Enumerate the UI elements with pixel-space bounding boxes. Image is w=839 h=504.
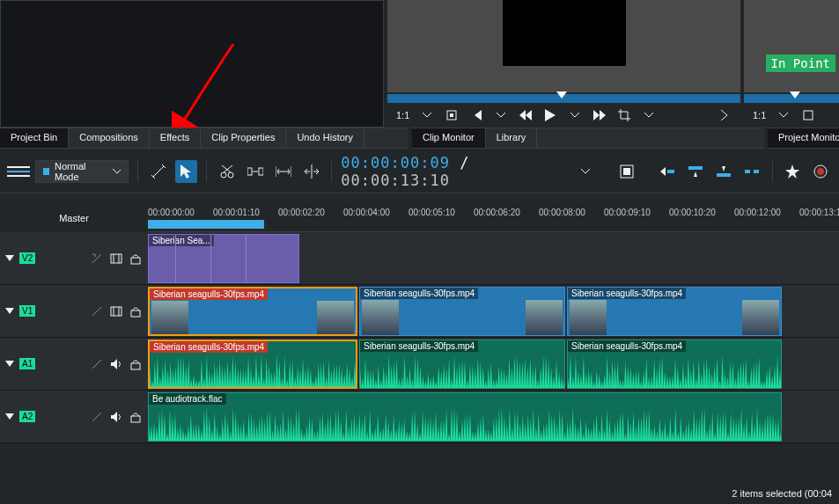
mid-panel-tabs: Clip Monitor Library — [412, 128, 764, 149]
tab-library[interactable]: Library — [486, 128, 538, 148]
track-body-v2[interactable]: Siberian Sea... — [148, 232, 839, 284]
lock-icon[interactable] — [129, 252, 143, 266]
project-monitor-panel: In Point 1:1 — [744, 0, 839, 128]
clip-label: Siberian seagulls-30fps.mp4 — [568, 288, 686, 299]
svg-rect-20 — [131, 310, 140, 317]
zone-in-icon[interactable] — [798, 106, 819, 125]
svg-rect-21 — [131, 363, 140, 369]
speaker-icon[interactable] — [109, 357, 123, 371]
timeline-ruler[interactable]: 00:00:00:0000:00:01:1000:00:02:2000:00:0… — [148, 204, 839, 232]
spacer-tool-icon[interactable] — [244, 160, 267, 183]
chevron-down-icon[interactable] — [490, 106, 511, 125]
tab-project-bin[interactable]: Project Bin — [0, 128, 69, 148]
project-monitor-scrubber[interactable] — [744, 94, 839, 103]
hamburger-icon[interactable] — [7, 160, 30, 183]
svg-rect-2 — [804, 111, 813, 120]
tab-clip-properties[interactable]: Clip Properties — [201, 128, 286, 148]
expand-icon[interactable] — [5, 361, 14, 367]
chevron-down-icon[interactable] — [773, 106, 794, 125]
track-body-v1[interactable]: Siberian seagulls-30fps.mp4 Siberian sea… — [148, 285, 839, 337]
ruler-tick: 00:00:09:10 — [604, 208, 651, 217]
video-clip[interactable]: Siberian seagulls-30fps.mp4 — [567, 287, 782, 336]
clip-monitor-panel: 1:1 — [387, 0, 740, 128]
razor-tool-icon[interactable] — [216, 160, 239, 183]
monitor-video-area — [503, 0, 626, 66]
project-monitor-view[interactable]: In Point — [744, 0, 839, 92]
tab-compositions[interactable]: Compositions — [69, 128, 150, 148]
clip-monitor-view[interactable] — [387, 0, 740, 92]
chevron-right-icon[interactable] — [714, 106, 735, 125]
track-header-v2[interactable]: V2 — [0, 232, 148, 284]
track-body-a1[interactable]: Siberian seagulls-30fps.mp4Siberian seag… — [148, 338, 839, 390]
lift-icon[interactable] — [740, 160, 763, 183]
lock-icon[interactable] — [129, 410, 143, 424]
expand-icon[interactable] — [5, 255, 14, 261]
zoom-ratio[interactable]: 1:1 — [393, 110, 413, 121]
video-clip[interactable]: Siberian seagulls-30fps.mp4 — [359, 287, 565, 336]
timecode-duration: 00:00:13:10 — [341, 172, 450, 189]
audio-clip[interactable]: Be audiotrack.flac — [148, 392, 782, 442]
track-header-v1[interactable]: V1 — [0, 285, 148, 337]
record-icon[interactable] — [809, 160, 832, 183]
zoom-ratio[interactable]: 1:1 — [749, 110, 769, 121]
clip-thumbnail — [526, 300, 563, 335]
favorite-icon[interactable] — [782, 160, 805, 183]
svg-rect-22 — [131, 416, 140, 422]
master-label: Master — [0, 204, 148, 232]
track-label: A1 — [19, 358, 35, 369]
ruler-zone[interactable] — [148, 220, 264, 229]
track-header-a1[interactable]: A1 — [0, 338, 148, 390]
overwrite-icon[interactable] — [684, 160, 707, 183]
svg-rect-11 — [688, 166, 703, 170]
mixer-icon[interactable] — [615, 160, 638, 183]
audio-clip[interactable]: Siberian seagulls-30fps.mp4 — [359, 340, 565, 389]
track-a1: A1 Siberian seagulls-30fps.mp4Siberian s… — [0, 338, 839, 391]
svg-rect-18 — [131, 258, 140, 264]
rewind-icon[interactable] — [515, 106, 536, 125]
track-body-a2[interactable]: Be audiotrack.flac — [148, 391, 839, 442]
chevron-down-icon[interactable] — [638, 106, 659, 125]
audio-clip[interactable]: Siberian seagulls-30fps.mp4 — [148, 340, 357, 389]
track-header-a2[interactable]: A2 — [0, 391, 148, 442]
insert-left-icon[interactable] — [657, 160, 680, 183]
ruler-tick: 00:00:02:20 — [278, 208, 325, 217]
chevron-down-icon[interactable] — [564, 106, 585, 125]
center-playhead-icon[interactable] — [300, 160, 323, 183]
tab-effects[interactable]: Effects — [150, 128, 201, 148]
edit-mode-dropdown[interactable]: Normal Mode — [35, 160, 129, 183]
expand-icon[interactable] — [5, 308, 14, 314]
svg-rect-3 — [43, 168, 49, 175]
film-icon[interactable] — [109, 252, 123, 266]
tab-undo-history[interactable]: Undo History — [286, 128, 364, 148]
tab-project-monitor[interactable]: Project Monitor — [768, 128, 839, 148]
selection-tool-icon[interactable] — [175, 160, 198, 183]
lock-icon[interactable] — [129, 304, 143, 318]
edit-mode-label: Normal Mode — [55, 161, 107, 182]
svg-rect-19 — [111, 307, 121, 316]
lock-icon[interactable] — [129, 357, 143, 371]
play-icon[interactable] — [540, 106, 561, 125]
extract-icon[interactable] — [712, 160, 735, 183]
timecode-display[interactable]: 00:00:00:09 / 00:00:13:10 — [341, 154, 568, 189]
clip-monitor-scrubber[interactable] — [387, 94, 740, 103]
auto-icon[interactable] — [90, 410, 104, 424]
composition-clip[interactable]: Siberian Sea... — [148, 234, 299, 283]
video-clip[interactable]: Siberian seagulls-30fps.mp4 — [148, 287, 357, 336]
auto-icon[interactable] — [90, 357, 104, 371]
expand-icon[interactable] — [5, 413, 14, 420]
tab-clip-monitor[interactable]: Clip Monitor — [412, 128, 486, 148]
crop-icon[interactable] — [614, 106, 635, 125]
auto-icon[interactable] — [90, 304, 104, 318]
chevron-down-icon[interactable] — [574, 160, 597, 183]
chevron-down-icon[interactable] — [416, 106, 438, 125]
svg-rect-0 — [447, 111, 456, 120]
film-icon[interactable] — [109, 304, 123, 318]
speaker-icon[interactable] — [109, 410, 123, 424]
fit-width-icon[interactable] — [272, 160, 295, 183]
auto-icon[interactable] — [90, 252, 104, 266]
prev-keyframe-icon[interactable] — [466, 106, 487, 125]
audio-clip[interactable]: Siberian seagulls-30fps.mp4 — [567, 340, 782, 389]
zone-in-icon[interactable] — [441, 106, 462, 125]
wand-tool-icon[interactable] — [147, 160, 170, 183]
fast-forward-icon[interactable] — [589, 106, 610, 125]
